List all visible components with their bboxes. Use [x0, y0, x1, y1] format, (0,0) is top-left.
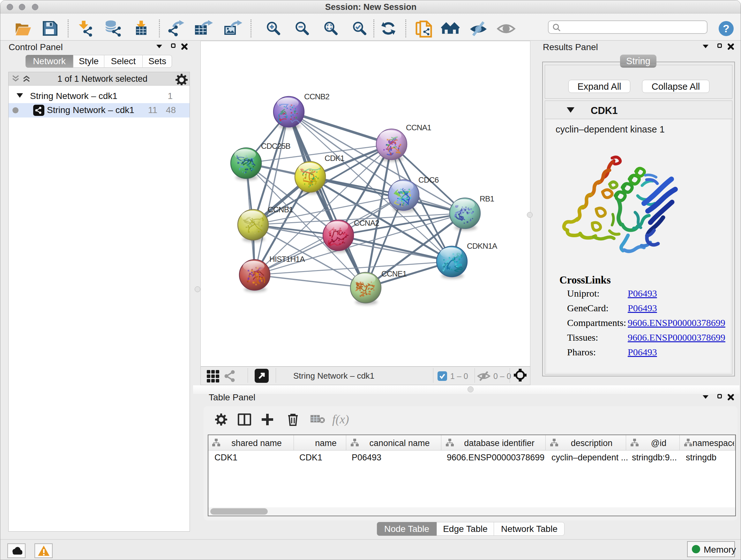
- svg-text:CCNA2: CCNA2: [354, 219, 379, 227]
- svg-text:RB1: RB1: [480, 194, 494, 203]
- svg-text:CCNA1: CCNA1: [406, 123, 431, 132]
- svg-text:CCNB2: CCNB2: [304, 92, 329, 101]
- svg-text:HIST1H1A: HIST1H1A: [269, 255, 305, 263]
- svg-text:CCNB1: CCNB1: [268, 205, 293, 214]
- svg-text:CDC6: CDC6: [418, 176, 439, 184]
- svg-text:CDC25B: CDC25B: [261, 142, 290, 150]
- svg-text:CDK1: CDK1: [325, 154, 344, 163]
- svg-text:CDKN1A: CDKN1A: [467, 242, 497, 250]
- svg-text:CCNE1: CCNE1: [381, 269, 407, 278]
